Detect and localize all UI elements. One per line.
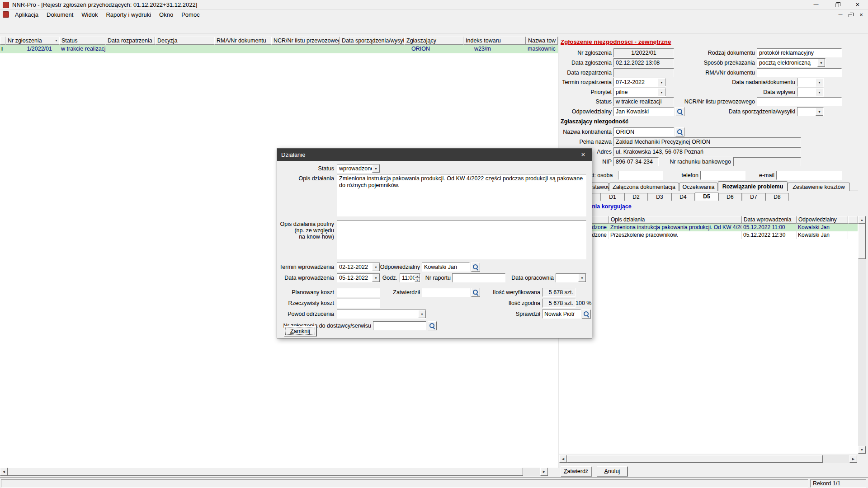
opis-dzialania-textarea[interactable]: Zmieniona instrukcja pakowania produkcji… — [337, 174, 586, 216]
menu-dokument[interactable]: Dokument — [42, 10, 77, 19]
dialog-title-bar[interactable]: Działanie — [277, 149, 592, 161]
lookup-nr-zgloszenia-dostawcy-button[interactable] — [428, 321, 437, 330]
col-header-nazwa-towaru[interactable]: Nazwa tow — [526, 37, 558, 45]
actions-header-odpowiedzialny[interactable]: Odpowiedzialny — [797, 216, 848, 224]
lookup-zatwierdzil-button[interactable] — [471, 288, 480, 297]
combo-powod-odrzucenia[interactable]: ▼ — [337, 310, 426, 319]
field-ncr[interactable] — [757, 97, 842, 106]
minimize-button[interactable]: — — [806, 0, 826, 10]
chevron-down-icon[interactable]: ▼ — [372, 274, 380, 282]
field-dialog-odpowiedzialny[interactable]: Kowalski Jan — [422, 263, 470, 272]
combo-data-wprowadzenia[interactable]: 05-12-2022▼ — [337, 273, 380, 282]
grid-row[interactable]: I 1/2022/01 w trakcie realizacji ORION w… — [0, 45, 558, 53]
chevron-down-icon[interactable]: ▼ — [578, 274, 586, 282]
field-odpowiedzialny[interactable]: Jan Kowalski — [613, 107, 674, 116]
scroll-right-button[interactable]: ▶ — [540, 468, 548, 476]
spin-down-icon[interactable]: ▼ — [415, 278, 420, 282]
col-header-zglaszajacy[interactable]: Zgłaszający — [404, 37, 463, 45]
zamknij-button[interactable]: Zamknij — [284, 326, 316, 336]
chevron-down-icon[interactable]: ▼ — [816, 78, 823, 86]
field-kontakt-osoba[interactable] — [618, 171, 663, 180]
menu-widok[interactable]: Widok — [77, 10, 102, 19]
combo-data-wplywu[interactable]: ▼ — [797, 88, 824, 97]
lookup-sprawdzil-button[interactable] — [582, 310, 591, 319]
combo-termin-rozpatrzenia[interactable]: 07-12-2022▼ — [613, 78, 666, 87]
lookup-odpowiedzialny-button[interactable] — [675, 107, 684, 116]
scroll-left-button[interactable]: ◀ — [0, 468, 8, 476]
subtab-d3[interactable]: D3 — [648, 193, 671, 201]
menu-aplikacja[interactable]: Aplikacja — [11, 10, 42, 19]
menu-okno[interactable]: Okno — [155, 10, 177, 19]
tab-rozwiazanie-problemu[interactable]: Rozwiązanie problemu — [718, 181, 788, 191]
dialog-close-button[interactable]: × — [575, 149, 592, 161]
col-header-data-sporzadzenia[interactable]: Data sporządzenia/wysyłki — [340, 37, 404, 45]
col-header-rma[interactable]: RMA/Nr dokumentu — [214, 37, 271, 45]
subtab-d8[interactable]: D8 — [765, 193, 789, 201]
mdi-close-button[interactable]: × — [856, 11, 866, 19]
close-button[interactable]: × — [847, 0, 868, 10]
actions-header-data[interactable]: Data wprowadzenia — [742, 216, 797, 224]
combo-termin-wprowadzenia[interactable]: 02-12-2022▼ — [337, 263, 380, 272]
subtab-d2[interactable]: D2 — [624, 193, 648, 201]
field-nr-raportu[interactable] — [452, 273, 505, 282]
field-zatwierdzil[interactable] — [422, 288, 470, 297]
field-sprawdzil[interactable]: Nowak Piotr — [542, 310, 581, 319]
chevron-down-icon[interactable]: ▼ — [658, 88, 665, 96]
combo-data-nadania[interactable]: ▼ — [797, 78, 824, 87]
menu-raporty[interactable]: Raporty i wydruki — [102, 10, 155, 19]
scroll-up-button[interactable]: ▲ — [858, 216, 866, 224]
scroll-down-button[interactable]: ▼ — [858, 446, 866, 454]
field-rzeczywisty-koszt[interactable] — [337, 299, 380, 308]
col-header-decyzja[interactable]: Decyzja — [155, 37, 214, 45]
spinner-godz[interactable]: 11:00▲▼ — [400, 273, 420, 282]
col-header-status[interactable]: Status — [59, 37, 105, 45]
col-header-data-rozpatrzenia[interactable]: Data rozpatrzenia — [105, 37, 155, 45]
field-rma[interactable] — [757, 68, 842, 77]
sort-desc-icon[interactable]: ▼ — [55, 37, 58, 44]
mdi-minimize-button[interactable]: — — [835, 11, 845, 19]
chevron-down-icon[interactable]: ▼ — [816, 88, 823, 96]
actions-vscroll-thumb[interactable] — [858, 224, 866, 259]
grid-hscrollbar[interactable]: ◀ ▶ — [0, 468, 548, 476]
col-header-ncr[interactable]: NCR/Nr listu przewozowego — [271, 37, 340, 45]
spinner-buttons[interactable]: ▲▼ — [415, 274, 420, 282]
chevron-down-icon[interactable]: ▼ — [658, 78, 665, 86]
subtab-d6[interactable]: D6 — [718, 193, 742, 201]
spin-up-icon[interactable]: ▲ — [415, 274, 420, 278]
scroll-right-button[interactable]: ▶ — [849, 455, 857, 463]
chevron-down-icon[interactable]: ▼ — [372, 164, 380, 173]
actions-vscrollbar[interactable]: ▲ ▼ — [858, 216, 866, 454]
field-nazwa-kontrahenta[interactable]: ORION — [613, 127, 674, 136]
field-planowany-koszt[interactable] — [337, 288, 380, 297]
chevron-down-icon[interactable]: ▼ — [418, 310, 426, 318]
chevron-down-icon[interactable]: ▼ — [372, 263, 380, 271]
lookup-dialog-odpowiedzialny-button[interactable] — [471, 263, 480, 272]
chevron-down-icon[interactable]: ▼ — [816, 108, 823, 116]
opis-poufny-textarea[interactable] — [337, 221, 586, 259]
subtab-d7[interactable]: D7 — [742, 193, 765, 201]
combo-data-sporzadzenia[interactable]: ▼ — [797, 107, 824, 116]
menu-pomoc[interactable]: Pomoc — [177, 10, 203, 19]
col-header-nr-zgloszenia[interactable]: Nr zgłoszenia▼ — [5, 37, 59, 45]
field-email[interactable] — [776, 171, 842, 180]
panel-hscroll-thumb[interactable] — [567, 455, 823, 463]
field-telefon[interactable] — [700, 171, 745, 180]
panel-hscrollbar[interactable]: ◀ ▶ — [559, 455, 857, 463]
grid-hscroll-thumb[interactable] — [8, 468, 523, 476]
tab-zestawienie-kosztow[interactable]: Zestawienie kosztów — [788, 183, 850, 191]
combo-dialog-status[interactable]: wprowadzone▼ — [337, 164, 380, 173]
field-rodzaj-dokumentu[interactable]: protokół reklamacyjny — [757, 48, 842, 57]
col-header-indeks-towaru[interactable]: Indeks towaru — [463, 37, 526, 45]
field-nr-zgloszenia-dostawcy[interactable] — [373, 321, 426, 330]
restore-button[interactable] — [826, 0, 847, 10]
combo-sposob-przekazania[interactable]: pocztą elektroniczną▼ — [757, 58, 826, 67]
mdi-restore-button[interactable] — [846, 11, 856, 19]
combo-data-opracownia[interactable]: ▼ — [556, 273, 586, 282]
tab-oczekiwania[interactable]: Oczekiwania — [679, 183, 718, 191]
subtab-d5[interactable]: D5 — [695, 192, 718, 201]
subtab-d1[interactable]: D1 — [601, 193, 624, 201]
zatwierdz-button[interactable]: Zatwierdź — [561, 466, 591, 476]
anuluj-button[interactable]: Anuluj — [597, 466, 627, 476]
chevron-down-icon[interactable]: ▼ — [817, 59, 825, 67]
actions-header-opis[interactable]: Opis działania — [609, 216, 742, 224]
